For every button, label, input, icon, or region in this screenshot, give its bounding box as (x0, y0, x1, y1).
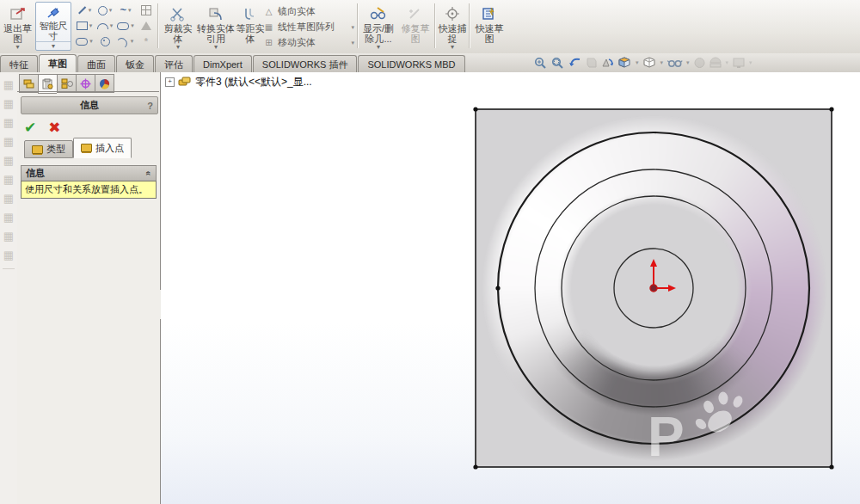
quick-snaps-button[interactable]: 快速捕捉 ▾ (438, 2, 467, 51)
table-tool-icon[interactable]: ▦ (3, 76, 14, 95)
dropdown-icon[interactable]: ▾ (89, 7, 92, 14)
offset-entities-button[interactable]: 等距实体 (236, 2, 265, 51)
ellipse-tool-button[interactable]: ▾ (115, 18, 136, 34)
origin-point[interactable] (650, 285, 657, 292)
hide-show-items-dropdown-icon[interactable]: ▾ (686, 59, 690, 66)
quick-snaps-dropdown-icon[interactable]: ▾ (451, 44, 454, 51)
edit-appearance-button[interactable] (693, 56, 706, 70)
text-tool-button[interactable] (136, 18, 157, 34)
slot-tool-button[interactable]: ▾ (74, 34, 95, 49)
tree-root-label[interactable]: 零件3 (默认<<默认>_显... (195, 75, 312, 89)
linear-pattern-dropdown-icon[interactable]: ▾ (351, 24, 354, 31)
table-tool-icon[interactable]: ▦ (3, 95, 14, 114)
insert-point-tab[interactable]: 插入点 (73, 138, 132, 158)
table-tool-icon[interactable]: ▦ (3, 151, 14, 170)
rapid-sketch-button[interactable]: 快速草图 (472, 2, 507, 51)
linear-pattern-button[interactable]: ▦ 线性草图阵列 ▾ (263, 20, 354, 34)
heads-up-view-toolbar: ▾ ▾ ▾ ▾ ▾ (533, 55, 753, 71)
tab-dimxpert[interactable]: DimXpert (194, 55, 252, 73)
help-icon[interactable]: ? (147, 101, 153, 111)
previous-view-button[interactable] (568, 56, 582, 70)
convert-entities-button[interactable]: 转换实体引用 ▾ (197, 2, 235, 51)
tab-evaluate[interactable]: 评估 (155, 55, 193, 73)
display-delete-dropdown-icon[interactable]: ▾ (377, 44, 380, 51)
view-settings-button[interactable] (732, 56, 746, 70)
rectangle-tool-button[interactable]: ▾ (74, 18, 95, 34)
sketch-picture-button[interactable] (136, 3, 157, 18)
table-tool-icon[interactable]: ▦ (3, 170, 14, 189)
type-tab[interactable]: 类型 (24, 140, 73, 158)
zoom-to-fit-button[interactable] (533, 56, 548, 70)
table-tool-icon[interactable]: ▦ (3, 208, 14, 227)
view-orientation-dropdown-icon[interactable]: ▾ (636, 59, 639, 66)
table-tool-icon[interactable]: ▦ (3, 132, 14, 151)
rotate-view-button[interactable] (600, 56, 615, 70)
point-tool-button[interactable] (95, 34, 115, 49)
section-view-button[interactable] (585, 56, 598, 70)
insert-point-tab-label: 插入点 (95, 142, 124, 155)
arc-icon (97, 23, 108, 29)
trim-entities-button[interactable]: 剪裁实体 ▾ (161, 2, 195, 51)
spline-tool-button[interactable]: ~▾ (115, 3, 136, 18)
collapse-chevron-icon[interactable]: « (144, 171, 154, 176)
tab-label: 草图 (48, 58, 67, 71)
graphics-viewport[interactable]: P + 零件3 (默认<<默认>_显... (161, 72, 860, 504)
tab-sheet-metal[interactable]: 钣金 (116, 55, 154, 73)
zoom-to-area-button[interactable] (550, 56, 565, 70)
ok-button[interactable]: ✔ (24, 119, 36, 137)
grid-icon (141, 5, 151, 15)
display-manager-tab[interactable] (95, 74, 114, 93)
exit-sketch-button[interactable]: 退出草图 ▾ (2, 2, 34, 51)
dimxpert-manager-tab[interactable] (76, 74, 95, 93)
convert-dropdown-icon[interactable]: ▾ (214, 44, 218, 51)
smart-dimension-dropdown-icon[interactable]: ▾ (36, 41, 71, 50)
offset-entities-label: 等距实体 (236, 23, 265, 44)
table-tool-icon[interactable]: ▦ (3, 189, 14, 208)
part-icon (178, 77, 192, 88)
dropdown-icon[interactable]: ▾ (110, 22, 114, 29)
configuration-manager-tab[interactable] (57, 74, 76, 93)
feature-manager-tab[interactable] (19, 74, 38, 93)
smart-dimension-button[interactable]: 智能尺寸 ▾ (35, 2, 71, 51)
move-entities-button[interactable]: ⊞ 移动实体 ▾ (263, 35, 354, 50)
tree-expand-icon[interactable]: + (165, 77, 175, 87)
fillet-tool-button[interactable]: ▾ (115, 34, 136, 49)
tab-label: SOLIDWORKS MBD (367, 59, 455, 70)
view-settings-dropdown-icon[interactable]: ▾ (749, 59, 752, 66)
hide-show-items-button[interactable] (666, 56, 683, 70)
dropdown-icon[interactable]: ▾ (128, 7, 132, 14)
star-tool-button[interactable]: * (136, 34, 157, 49)
apply-scene-dropdown-icon[interactable]: ▾ (726, 59, 729, 66)
move-entities-dropdown-icon[interactable]: ▾ (351, 40, 354, 46)
dropdown-icon[interactable]: ▾ (131, 22, 134, 29)
tab-surfaces[interactable]: 曲面 (77, 55, 115, 73)
view-orientation-button[interactable] (617, 56, 632, 70)
move-entities-icon: ⊞ (263, 38, 274, 47)
table-tool-icon[interactable]: ▦ (3, 227, 14, 246)
dropdown-icon[interactable]: ▾ (109, 7, 113, 14)
exit-sketch-dropdown-icon[interactable]: ▾ (15, 44, 19, 51)
line-tool-button[interactable]: ▾ (74, 3, 95, 18)
trim-dropdown-icon[interactable]: ▾ (176, 44, 180, 51)
cancel-button[interactable]: ✖ (48, 119, 60, 137)
tab-solidworks-addins[interactable]: SOLIDWORKS 插件 (253, 55, 358, 73)
display-delete-relations-button[interactable]: 显示/删除几... ▾ (360, 2, 396, 51)
apply-scene-button[interactable] (709, 56, 722, 70)
point-icon (101, 37, 110, 46)
display-style-dropdown-icon[interactable]: ▾ (660, 59, 664, 66)
circle-tool-button[interactable]: ▾ (95, 3, 115, 18)
repair-sketch-button[interactable]: 修复草图 (398, 2, 433, 51)
message-group-header[interactable]: 信息 « (21, 165, 157, 181)
star-icon: * (144, 36, 148, 46)
dropdown-icon[interactable]: ▾ (89, 38, 93, 45)
dropdown-icon[interactable]: ▾ (131, 38, 134, 45)
display-style-button[interactable] (642, 56, 657, 70)
table-tool-icon[interactable]: ▦ (3, 114, 14, 132)
tab-features[interactable]: 特征 (0, 55, 38, 73)
arc-tool-button[interactable]: ▾ (95, 18, 115, 34)
mirror-entities-button[interactable]: △ 镜向实体 (263, 4, 354, 19)
tab-sketch[interactable]: 草图 (39, 54, 77, 73)
table-tool-icon[interactable]: ▦ (3, 246, 14, 265)
dropdown-icon[interactable]: ▾ (89, 22, 93, 29)
tab-solidworks-mbd[interactable]: SOLIDWORKS MBD (358, 55, 464, 73)
